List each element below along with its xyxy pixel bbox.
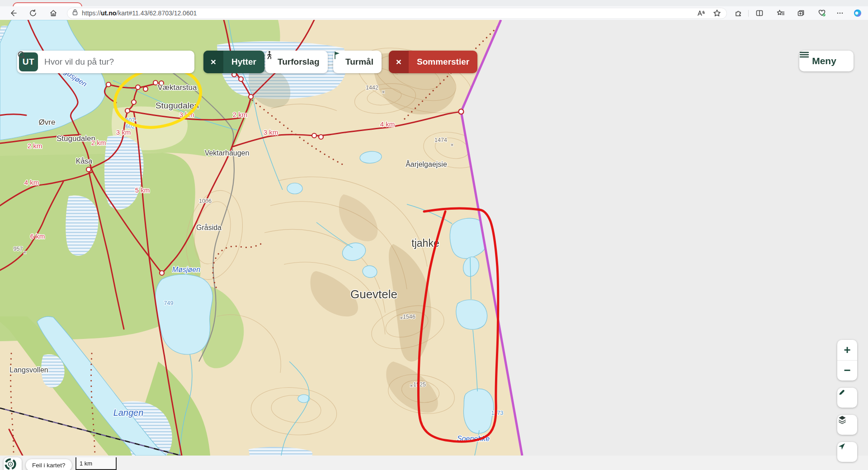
- toolbar-divider: [748, 10, 749, 17]
- menu-button[interactable]: Meny: [799, 51, 854, 71]
- map-label: Langsvollen: [9, 366, 48, 374]
- collections-icon[interactable]: [796, 8, 806, 18]
- copilot-icon[interactable]: [853, 8, 863, 18]
- search-input[interactable]: [43, 56, 188, 67]
- browser-toolbar: https://ut.no/kart#11.43/62.8703/12.0601: [0, 6, 868, 20]
- map-label: 749: [164, 300, 174, 306]
- turforslag-label: Turforslag: [278, 57, 320, 67]
- map-label: Kåsa: [76, 157, 93, 165]
- zoom-control: + −: [837, 340, 857, 381]
- split-screen-icon[interactable]: [755, 8, 764, 18]
- filter-chip-turmal[interactable]: Turmål: [333, 51, 382, 73]
- map-label: 957: [14, 246, 23, 252]
- map-label: Gråsida: [196, 224, 222, 231]
- url-bar[interactable]: https://ut.no/kart#11.43/62.8703/12.0601: [67, 8, 727, 19]
- map-label: 1546: [403, 314, 415, 320]
- map-label: ×: [400, 315, 403, 321]
- filter-chip-hytter[interactable]: × Hytter: [203, 51, 264, 73]
- menu-label: Meny: [812, 56, 836, 66]
- url-text: https://ut.no/kart#11.43/62.8703/12.0601: [82, 9, 696, 17]
- zoom-out-button[interactable]: −: [837, 361, 857, 381]
- map-attribution-logo[interactable]: [4, 457, 22, 470]
- map-label: ×: [410, 383, 413, 389]
- browser-essentials-icon[interactable]: [817, 8, 827, 18]
- map-graphics: StuggusjøenNyvollenVæktarstuaStugudalenØ…: [0, 20, 868, 456]
- draw-button[interactable]: [837, 388, 857, 408]
- map-label: Vektarhaugen: [205, 149, 250, 157]
- filter-chip-turforslag[interactable]: Turforslag: [265, 51, 328, 73]
- map-label: 1173: [491, 410, 504, 416]
- map-scale-bar: 1 km: [75, 457, 117, 470]
- map-feedback-link[interactable]: Feil i kartet?: [26, 459, 72, 470]
- map-label: 2 km: [91, 139, 106, 146]
- refresh-icon[interactable]: [28, 8, 38, 18]
- map-label: 1006: [199, 198, 212, 204]
- locate-button[interactable]: [837, 442, 857, 462]
- add-favorite-star-icon[interactable]: [712, 8, 722, 18]
- page-bottom-strip: [0, 456, 868, 470]
- sommerstier-label: Sommerstier: [417, 57, 469, 67]
- layers-button[interactable]: [837, 415, 857, 435]
- zoom-in-button[interactable]: +: [837, 340, 857, 361]
- map-label: ×: [382, 89, 385, 95]
- remove-hytter-filter-icon[interactable]: ×: [203, 51, 223, 73]
- map-label: 2 km: [28, 142, 42, 150]
- map-label: Åarjelgaejsie: [406, 160, 447, 168]
- map-label: Møsjøen: [172, 266, 200, 273]
- map-label: ×: [23, 249, 26, 256]
- trail-node: [459, 109, 464, 114]
- settings-dots-icon[interactable]: [835, 8, 845, 18]
- browser-tab[interactable]: [13, 2, 82, 6]
- remove-sommerstier-filter-icon[interactable]: ×: [389, 51, 409, 73]
- home-icon[interactable]: [48, 8, 58, 18]
- map-label: 3 km: [264, 128, 278, 136]
- map-label: Øvre: [39, 118, 56, 127]
- map-label: Guevtele: [350, 287, 397, 301]
- unloaded-map-area: [461, 20, 868, 456]
- map-label: 1442: [366, 85, 378, 91]
- browser-chrome: https://ut.no/kart#11.43/62.8703/12.0601: [0, 0, 868, 20]
- map-label: 4 km: [380, 120, 395, 128]
- map-label: 4 km: [24, 179, 39, 186]
- map-label: ×: [450, 142, 453, 148]
- hytter-label: Hytter: [231, 57, 256, 67]
- map-label: 6 km: [30, 232, 45, 240]
- read-aloud-icon[interactable]: [696, 8, 706, 18]
- map-label: 1474: [434, 137, 447, 143]
- map-label: 3 km: [116, 128, 131, 136]
- lock-icon: [72, 9, 78, 18]
- tab-strip: [0, 0, 868, 6]
- back-icon[interactable]: [8, 8, 18, 18]
- turmal-label: Turmål: [345, 57, 373, 67]
- map-label: 2 km: [233, 111, 248, 118]
- extensions-icon[interactable]: [733, 8, 743, 18]
- map-label: Væktarstua: [158, 83, 197, 92]
- filter-chip-sommerstier[interactable]: × Sommerstier: [389, 51, 477, 73]
- map-label: Stugudalen: [57, 134, 95, 143]
- favorites-bar-icon[interactable]: [776, 8, 786, 18]
- map-label: Langen: [113, 408, 144, 418]
- map-canvas[interactable]: StuggusjøenNyvollenVæktarstuaStugudalenØ…: [0, 20, 868, 456]
- map-label: 5 km: [135, 186, 150, 194]
- search-bar[interactable]: UT: [17, 51, 194, 73]
